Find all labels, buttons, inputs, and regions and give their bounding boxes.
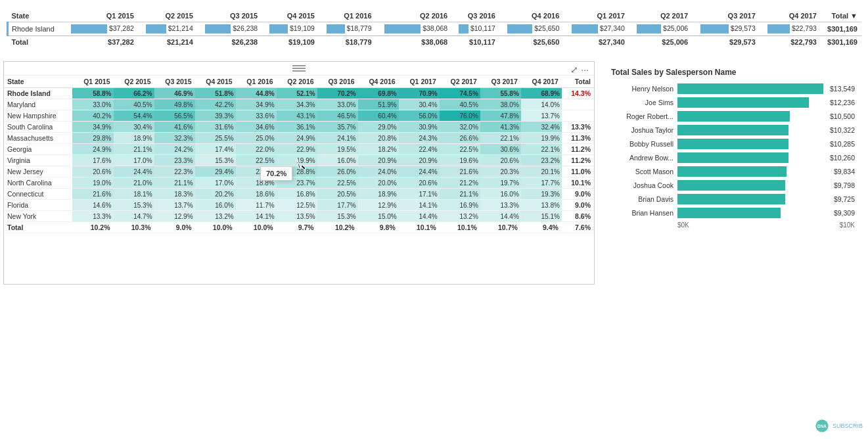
chart-bar-row: Joe Sims$12,236 xyxy=(611,97,855,108)
matrix-value-cell: 20.9% xyxy=(399,155,440,166)
matrix-value-cell: 20.6% xyxy=(480,155,521,166)
matrix-row: New York13.3%14.7%12.9%13.2%14.1%13.5%15… xyxy=(4,211,594,222)
matrix-value-cell: 9.0% xyxy=(562,200,594,211)
matrix-state-cell: Georgia xyxy=(4,144,72,155)
watermark-icon: DNA xyxy=(814,418,830,434)
more-icon[interactable]: ··· xyxy=(581,64,589,75)
matrix-col-header: Q4 2015 xyxy=(195,76,236,88)
matrix-value-cell: 14.4% xyxy=(399,211,440,222)
matrix-value-cell: 14.7% xyxy=(114,211,154,222)
value-cell: $22,793 xyxy=(760,22,821,36)
matrix-state-cell: New Jersey xyxy=(4,166,72,177)
total-row: Total$37,282$21,214$26,238$19,109$18,779… xyxy=(8,36,862,49)
value-cell: $38,068 xyxy=(376,22,452,36)
chart-bar-value: $13,549 xyxy=(830,85,855,93)
matrix-row: New Jersey20.6%24.4%22.3%29.4%22.3%28.8%… xyxy=(4,166,594,177)
matrix-value-cell xyxy=(562,99,594,110)
matrix-value-cell: 21.2% xyxy=(440,177,480,189)
matrix-value-cell: 36.1% xyxy=(277,122,317,133)
chart-bar-row: Bobby Russell$10,285 xyxy=(611,139,855,149)
matrix-value-cell: 10.0% xyxy=(236,222,277,233)
matrix-col-header: Q2 2016 xyxy=(277,76,317,88)
matrix-col-header: Q3 2016 xyxy=(317,76,358,88)
matrix-value-cell: 11.3% xyxy=(562,133,594,144)
matrix-value-cell: 14.6% xyxy=(72,200,113,211)
chart-bar-value: $12,236 xyxy=(830,99,855,106)
chart-bar-value: $9,725 xyxy=(834,195,855,203)
matrix-col-header: Q2 2015 xyxy=(114,76,154,88)
matrix-col-header: Q4 2017 xyxy=(521,76,562,88)
chart-title: Total Sales by Salesperson Name xyxy=(611,68,855,77)
matrix-row: Rhode Island58.8%66.2%46.9%51.8%44.8%52.… xyxy=(4,88,594,99)
matrix-value-cell: 9.7% xyxy=(277,222,317,233)
matrix-value-cell: 55.8% xyxy=(480,88,521,99)
value-cell: $10,117 xyxy=(451,22,499,36)
expand-icon[interactable]: ⤢ xyxy=(570,64,578,75)
matrix-state-cell: North Carolina xyxy=(4,177,72,189)
matrix-value-cell: 8.6% xyxy=(562,211,594,222)
matrix-value-cell: 20.8% xyxy=(358,133,399,144)
matrix-value-cell: 14.4% xyxy=(480,211,521,222)
chart-bar-wrap xyxy=(677,166,827,177)
matrix-value-cell: 33.0% xyxy=(72,99,113,110)
matrix-row: Connecticut21.6%18.1%18.3%20.2%18.6%16.8… xyxy=(4,189,594,200)
matrix-col-header: Q1 2015 xyxy=(72,76,113,88)
drag-handle[interactable] xyxy=(292,65,306,72)
axis-label-10k: $10K xyxy=(840,221,855,229)
chart-bar-row: Joshua Taylor$10,322 xyxy=(611,125,855,135)
col-header-q3-2016: Q3 2016 xyxy=(451,10,499,22)
state-cell: Rhode Island xyxy=(8,22,62,36)
matrix-value-cell: 22.3% xyxy=(154,166,195,177)
matrix-value-cell: 10.2% xyxy=(72,222,113,233)
matrix-value-cell: 43.1% xyxy=(277,110,317,122)
matrix-col-header: Q1 2016 xyxy=(236,76,277,88)
total-cell: $29,573 xyxy=(692,36,760,49)
chart-person-name: Andrew Bow... xyxy=(611,154,674,162)
col-header-state: State xyxy=(8,10,62,22)
matrix-value-cell: 31.6% xyxy=(195,122,236,133)
matrix-value-cell: 70.9% xyxy=(399,88,440,99)
matrix-value-cell: 13.2% xyxy=(440,211,480,222)
matrix-value-cell: 33.0% xyxy=(317,99,358,110)
chart-bar-row: Scott Mason$9,834 xyxy=(611,166,855,177)
value-cell: $25,006 xyxy=(629,22,692,36)
matrix-value-cell: 9.8% xyxy=(358,222,399,233)
value-cell: $27,340 xyxy=(563,22,629,36)
col-header-total[interactable]: Total ▼ xyxy=(821,10,861,22)
matrix-value-cell: 70.2% xyxy=(317,88,358,99)
value-cell: $26,238 xyxy=(197,22,262,36)
matrix-value-cell: 18.3% xyxy=(154,189,195,200)
matrix-table: StateQ1 2015Q2 2015Q3 2015Q4 2015Q1 2016… xyxy=(4,76,594,233)
chart-person-name: Joshua Taylor xyxy=(611,126,674,134)
matrix-state-cell: Florida xyxy=(4,200,72,211)
matrix-value-cell: 10.7% xyxy=(480,222,521,233)
matrix-value-cell: 41.3% xyxy=(480,122,521,133)
chart-bar-value: $9,309 xyxy=(834,209,855,217)
matrix-value-cell: 23.3% xyxy=(154,155,195,166)
matrix-value-cell: 9.0% xyxy=(154,222,195,233)
total-cell: $25,650 xyxy=(499,36,563,49)
matrix-value-cell: 22.1% xyxy=(521,144,562,155)
matrix-state-cell: South Carolina xyxy=(4,122,72,133)
col-header-q4-2015: Q4 2015 xyxy=(262,10,319,22)
matrix-value-cell: 24.0% xyxy=(358,166,399,177)
matrix-col-header: Q3 2015 xyxy=(154,76,195,88)
chart-bar xyxy=(677,111,790,122)
matrix-value-cell: 21.6% xyxy=(440,166,480,177)
chart-bar-row: Andrew Bow...$10,260 xyxy=(611,152,855,163)
matrix-value-cell: 39.3% xyxy=(195,110,236,122)
matrix-value-cell: 19.0% xyxy=(72,177,113,189)
matrix-value-cell: 24.4% xyxy=(399,166,440,177)
matrix-value-cell: 20.9% xyxy=(358,155,399,166)
chart-bar-row: Joshua Cook$9,798 xyxy=(611,180,855,191)
watermark: DNA SUBSCRIB xyxy=(814,418,863,434)
matrix-value-cell: 16.8% xyxy=(277,189,317,200)
matrix-value-cell: 76.0% xyxy=(440,110,480,122)
matrix-value-cell: 23.2% xyxy=(521,155,562,166)
matrix-value-cell: 16.9% xyxy=(440,200,480,211)
matrix-value-cell: 69.8% xyxy=(358,88,399,99)
chart-bar-wrap xyxy=(677,194,827,204)
value-cell: $301,169 xyxy=(821,22,861,36)
col-header-q2-2017: Q2 2017 xyxy=(629,10,692,22)
matrix-col-header: Q4 2016 xyxy=(358,76,399,88)
